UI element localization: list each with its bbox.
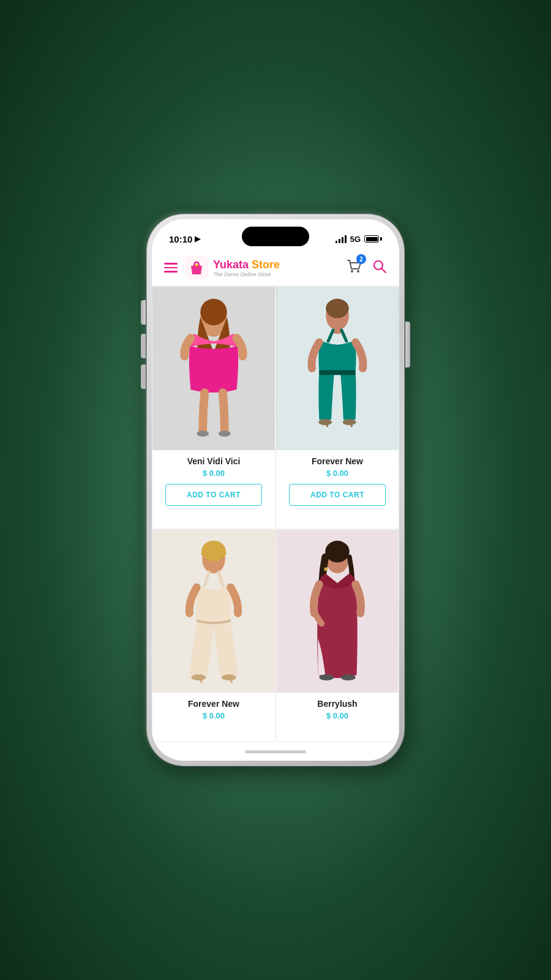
- product-card-2: Forever New $ 0.00 ADD TO CART: [276, 286, 399, 529]
- logo-icon: [185, 256, 208, 279]
- menu-button[interactable]: [164, 263, 178, 273]
- product-info-3: Forever New $ 0.00: [152, 693, 275, 733]
- product-name-1: Veni Vidi Vici: [160, 456, 268, 466]
- signal-icon: [335, 235, 347, 243]
- svg-point-17: [343, 419, 356, 425]
- svg-point-24: [222, 674, 236, 680]
- product-image-3: [152, 530, 275, 693]
- svg-point-31: [319, 674, 334, 680]
- svg-point-32: [341, 674, 356, 680]
- store-subtitle: The Demo Online Store: [213, 271, 280, 277]
- status-time: 10:10 ▶: [169, 234, 200, 244]
- app-header: Yukata Store The Demo Online Store 2: [152, 250, 399, 286]
- svg-point-8: [200, 299, 227, 325]
- svg-rect-1: [195, 265, 198, 266]
- svg-rect-25: [200, 677, 202, 682]
- product-card-3: Forever New $ 0.00: [152, 529, 276, 743]
- svg-point-10: [219, 431, 231, 437]
- product-price-1: $ 0.00: [160, 469, 268, 478]
- products-grid: Veni Vidi Vici $ 0.00 ADD TO CART: [152, 286, 399, 742]
- product-card: Veni Vidi Vici $ 0.00 ADD TO CART: [152, 286, 276, 529]
- svg-point-3: [357, 270, 359, 273]
- svg-point-2: [351, 270, 353, 273]
- time-display: 10:10: [169, 234, 192, 244]
- search-button[interactable]: [372, 259, 387, 276]
- phone-screen: 10:10 ▶ 5G: [152, 219, 399, 761]
- header-right: 2: [345, 258, 387, 277]
- svg-rect-19: [351, 422, 353, 427]
- cart-button[interactable]: 2: [345, 258, 362, 277]
- logo-text: Yukata Store The Demo Online Store: [213, 258, 280, 277]
- logo-area: Yukata Store The Demo Online Store: [185, 256, 280, 279]
- product-image-4: [276, 530, 399, 693]
- svg-line-5: [382, 269, 386, 273]
- svg-point-13: [326, 299, 349, 318]
- product-price-2: $ 0.00: [283, 469, 391, 478]
- location-icon: ▶: [195, 235, 200, 243]
- product-image-2: [276, 287, 399, 450]
- dynamic-island: [242, 227, 309, 246]
- svg-point-9: [197, 431, 209, 437]
- phone-device: 10:10 ▶ 5G: [147, 214, 404, 766]
- product-card-4: Berrylush $ 0.00: [276, 529, 399, 743]
- product-price-3: $ 0.00: [160, 711, 268, 720]
- product-price-4: $ 0.00: [283, 711, 391, 720]
- add-to-cart-button-2[interactable]: ADD TO CART: [289, 484, 386, 506]
- svg-point-23: [191, 674, 206, 680]
- search-icon: [372, 259, 387, 274]
- home-bar: [245, 750, 306, 753]
- status-bar: 10:10 ▶ 5G: [152, 219, 399, 250]
- product-name-3: Forever New: [160, 699, 268, 709]
- svg-rect-26: [231, 677, 233, 682]
- product-info-2: Forever New $ 0.00 ADD TO CART: [276, 450, 399, 519]
- product-figure-2: [276, 287, 399, 450]
- product-figure-4: [276, 530, 399, 693]
- product-figure-3: [152, 530, 275, 693]
- status-right: 5G: [335, 235, 382, 244]
- svg-point-30: [324, 567, 328, 571]
- svg-rect-15: [319, 370, 355, 375]
- product-image-1: [152, 287, 275, 450]
- product-info-1: Veni Vidi Vici $ 0.00 ADD TO CART: [152, 450, 275, 519]
- add-to-cart-button-1[interactable]: ADD TO CART: [165, 484, 262, 506]
- svg-point-16: [318, 419, 332, 425]
- store-name: Yukata Store: [213, 258, 280, 271]
- svg-point-29: [325, 540, 350, 562]
- svg-rect-18: [326, 422, 328, 427]
- cart-badge: 2: [356, 254, 366, 264]
- product-name-4: Berrylush: [283, 699, 391, 709]
- home-indicator: [152, 742, 399, 761]
- battery-icon: [364, 235, 382, 243]
- network-label: 5G: [350, 235, 361, 244]
- product-info-4: Berrylush $ 0.00: [276, 693, 399, 733]
- header-left: Yukata Store The Demo Online Store: [164, 256, 280, 279]
- product-name-2: Forever New: [283, 456, 391, 466]
- product-figure-1: [152, 287, 275, 450]
